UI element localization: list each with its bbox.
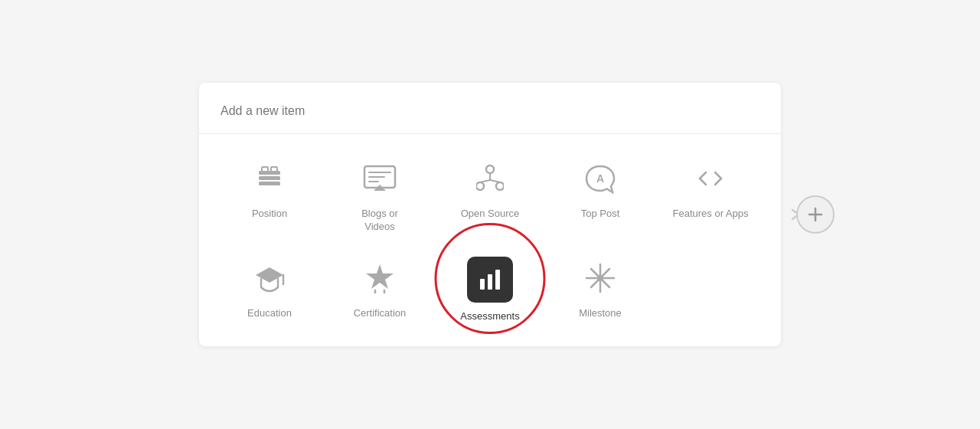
position-icon xyxy=(248,157,291,200)
certification-label: Certification xyxy=(354,307,407,320)
add-item-input[interactable] xyxy=(220,104,760,118)
svg-text:A: A xyxy=(596,172,604,185)
features-apps-label: Features or Apps xyxy=(673,208,749,221)
grid-item-empty xyxy=(655,257,766,323)
milestone-label: Milestone xyxy=(579,307,622,320)
milestone-icon xyxy=(579,257,622,300)
certification-icon xyxy=(358,257,401,300)
add-button[interactable] xyxy=(796,195,835,234)
grid-item-milestone[interactable]: Milestone xyxy=(545,257,655,323)
grid-item-open-source[interactable]: Open Source xyxy=(435,157,545,234)
grid-item-education[interactable]: Education xyxy=(214,257,325,323)
top-post-label: Top Post xyxy=(581,208,620,221)
assessments-icon xyxy=(467,257,513,303)
items-grid: Position Blogs or Videos xyxy=(199,134,781,346)
grid-item-assessments[interactable]: Assessments xyxy=(435,257,545,323)
add-item-panel: Position Blogs or Videos xyxy=(199,83,781,346)
assessments-label: Assessments xyxy=(460,310,519,323)
svg-point-8 xyxy=(496,182,504,190)
svg-rect-1 xyxy=(259,176,280,180)
top-post-icon: A xyxy=(579,157,622,200)
page-container: Position Blogs or Videos xyxy=(0,0,980,429)
education-icon xyxy=(248,257,291,300)
grid-item-certification[interactable]: Certification xyxy=(325,257,435,323)
svg-point-6 xyxy=(486,165,494,173)
grid-item-blogs-videos[interactable]: Blogs or Videos xyxy=(325,157,435,234)
svg-point-7 xyxy=(476,182,484,190)
grid-item-position[interactable]: Position xyxy=(214,157,325,234)
blogs-videos-icon xyxy=(358,157,401,200)
position-label: Position xyxy=(252,208,287,221)
open-source-icon xyxy=(469,157,511,200)
grid-item-features-apps[interactable]: Features or Apps xyxy=(655,157,766,234)
blogs-videos-label: Blogs or Videos xyxy=(361,208,398,234)
svg-point-20 xyxy=(597,275,603,281)
features-apps-icon xyxy=(689,157,732,200)
svg-rect-13 xyxy=(480,279,485,290)
input-row xyxy=(199,83,781,134)
svg-rect-14 xyxy=(488,274,492,290)
education-label: Education xyxy=(247,307,292,320)
svg-rect-2 xyxy=(259,182,280,185)
svg-rect-15 xyxy=(495,270,500,290)
open-source-label: Open Source xyxy=(461,208,520,221)
grid-item-top-post[interactable]: A Top Post xyxy=(545,157,655,234)
